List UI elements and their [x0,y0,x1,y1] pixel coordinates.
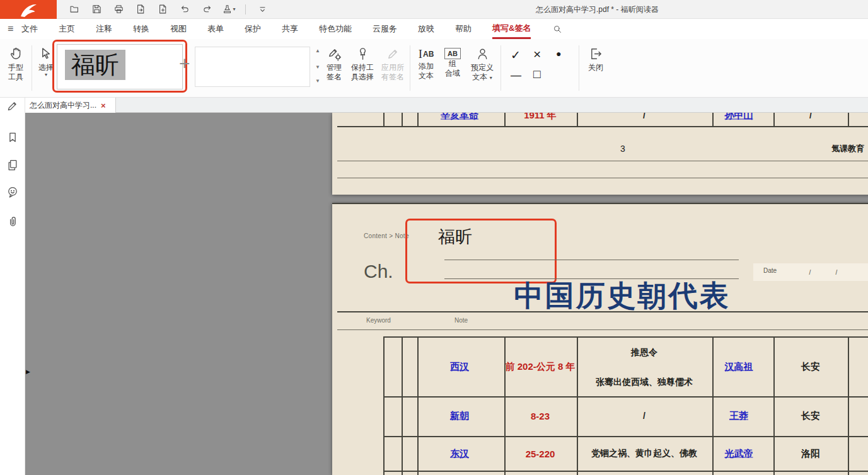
signature-preview-box[interactable]: 福昕 [57,44,183,89]
ab-box-icon: AB [440,47,465,59]
dynasty-link[interactable]: 新朝 [450,410,469,422]
menu-share[interactable]: 共享 [282,19,298,39]
document-tab-label: 怎么面对高中学习... [30,100,96,111]
menu-present[interactable]: 放映 [418,19,434,39]
save-button[interactable] [89,2,104,17]
bookmarks-panel-button[interactable] [5,130,20,145]
signature-gallery-box[interactable] [195,47,310,87]
hand-tool-button[interactable]: 手型 工具 [3,47,29,82]
placed-signature-text[interactable]: 福昕 [438,226,472,248]
document-tabbar: 怎么面对高中学习... × [25,98,868,113]
menu-comment[interactable]: 注释 [96,19,112,39]
foxit-logo-glyph [18,1,39,18]
square-stamp-button[interactable]: □ [533,67,540,81]
emperor-link[interactable]: 孙中山 [725,113,753,122]
emperor-link[interactable]: 光武帝 [725,448,753,460]
toolbar-separator [245,4,246,14]
document-tab[interactable]: 怎么面对高中学习... × [25,98,116,113]
dropdown-icon: ▾ [233,7,235,12]
menu-features[interactable]: 特色功能 [319,19,352,39]
dropdown-icon: ▾ [490,75,492,81]
hand-tool-label-2: 工具 [3,72,29,82]
pencil-icon [6,100,19,112]
brand-text: 氪课教育 [831,143,864,154]
quick-sign-button[interactable]: ▾ [221,2,236,17]
cross-stamp-button[interactable]: × [533,47,541,62]
predefined-text-button[interactable]: 预定义 文本 ▾ [466,47,498,82]
add-signature-button[interactable]: + [179,53,190,74]
red-annotation-rectangle-page [405,219,557,283]
redo-button[interactable] [199,2,214,17]
ribbon-fill-sign: 手型 工具 选择 ▾ 福昕 + ▲ ▼ ▼ 管理 签名 保持工 具选择 [0,39,868,98]
attachments-panel-button[interactable] [5,214,20,229]
page-number: 3 [620,144,625,154]
menu-help[interactable]: 帮助 [455,19,472,39]
emperor-link[interactable]: 汉高祖 [725,361,753,373]
close-ribbon-button[interactable]: 关闭 [581,47,610,72]
manage-signature-icon [327,47,342,61]
pen-icon [386,47,400,61]
menu-view[interactable]: 视图 [170,19,187,39]
tab-close-icon[interactable]: × [101,101,106,110]
keep-tool-selected-button[interactable]: 保持工 具选择 [347,47,378,82]
menu-fill-sign-active[interactable]: 填写&签名 [492,19,531,39]
document-canvas[interactable]: 辛亥革命 1911 年 / 孙中山 / 3 氪课教育 Content > Not… [25,113,868,475]
keyword-label: Keyword [366,317,391,324]
pushpin-icon [356,47,370,61]
select-tool-button[interactable]: 选择 ▾ [34,47,58,77]
paperclip-icon [6,215,19,228]
floppy-icon [91,4,102,14]
add-text-label-2: 文本 [413,71,439,81]
keep-tool-label-2: 具选择 [347,72,378,82]
predefined-text-label-1: 预定义 [466,63,498,72]
annotate-panel-button[interactable] [5,98,20,113]
print-button[interactable] [111,2,126,17]
capital-text: / [809,113,812,120]
search-button[interactable] [553,25,562,34]
menu-home[interactable]: 主页 [59,19,75,39]
menu-convert[interactable]: 转换 [133,19,149,39]
redo-icon [202,4,212,14]
dynasty-link[interactable]: 东汉 [450,448,469,460]
emperor-link[interactable]: 王莽 [729,410,748,422]
note-text: 党锢之祸、黄巾起义、佛教 [591,448,697,459]
dropdown-icon: ▾ [34,72,58,77]
foxit-reader-window: ▾ 怎么面对高中学习.pdf * - 福昕阅读器 ≡ 文件 主页 注释 转换 视… [0,0,868,475]
foxit-logo[interactable] [0,0,57,19]
bookmark-icon [6,131,19,144]
pages-panel-button[interactable] [5,157,20,173]
menu-file[interactable]: 文件 [21,19,38,39]
menu-cloud[interactable]: 云服务 [373,19,397,39]
undo-button[interactable] [177,2,192,17]
menu-form[interactable]: 表单 [207,19,224,39]
checkmark-stamp-button[interactable]: ✓ [511,48,521,62]
add-text-button[interactable]: IAB 添加 文本 [413,47,439,81]
hand-tool-label-1: 手型 [3,63,29,72]
open-file-button[interactable] [67,2,82,17]
convert-file-button[interactable] [133,2,148,17]
manage-signatures-button[interactable]: 管理 签名 [319,47,349,82]
smiley-bubble-icon [6,186,19,198]
dash-stamp-button[interactable]: — [511,69,521,82]
ribbon-separator [410,45,410,91]
apply-all-label-2: 有签名 [378,72,408,82]
note-text: / [643,113,645,120]
date-slash: / [836,269,838,276]
signature-preview-text[interactable]: 福昕 [65,50,125,80]
dynasty-link[interactable]: 西汉 [450,361,469,373]
combine-field-button[interactable]: AB 组 合域 [440,47,465,78]
customize-toolbar-button[interactable] [255,2,270,17]
comments-panel-button[interactable] [5,185,20,200]
menu-burger-icon[interactable]: ≡ [8,23,21,35]
period-text: 1911 年 [524,113,557,122]
note-text: 推恩令 [631,347,657,358]
titlebar: ▾ 怎么面对高中学习.pdf * - 福昕阅读器 [0,0,868,19]
note-text: / [643,411,645,421]
menu-protect[interactable]: 保护 [245,19,261,39]
panel-expander-arrow[interactable]: ▶ [26,369,30,375]
ribbon-separator [579,45,579,91]
apply-all-signatures-button-disabled[interactable]: 应用所 有签名 [378,47,408,82]
dot-stamp-button[interactable]: ● [556,49,561,59]
dynasty-link[interactable]: 辛亥革命 [441,113,478,122]
create-pdf-button[interactable] [155,2,170,17]
